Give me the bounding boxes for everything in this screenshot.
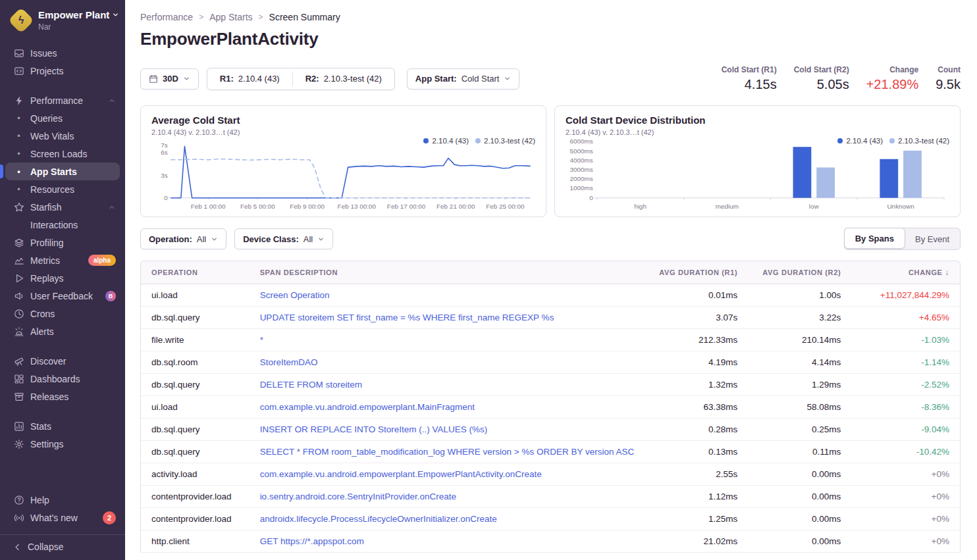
dashboards-icon (13, 373, 24, 384)
sidebar-item-metrics[interactable]: Metricsalpha (0, 251, 125, 269)
span-description-link[interactable]: INSERT OR REPLACE INTO StoreItem (..) VA… (260, 424, 488, 434)
sidebar-item-profiling[interactable]: Profiling (0, 234, 125, 251)
avg-duration-r1-cell: 0.28ms (645, 419, 748, 441)
chevron-down-icon (317, 236, 325, 243)
sidebar-item-stats[interactable]: Stats (0, 417, 125, 435)
operation-cell: activity.load (141, 463, 250, 486)
sidebar-item-label: Issues (30, 48, 57, 59)
sidebar-item-resources[interactable]: •Resources (0, 180, 125, 198)
release2-button[interactable]: R2: 2.10.3-test (42) (293, 68, 394, 89)
operation-cell: ui.load (141, 284, 250, 307)
sidebar-nav: IssuesProjectsPerformance•Queries•Web Vi… (0, 39, 125, 491)
sidebar-item-screen-loads[interactable]: •Screen Loads (0, 145, 125, 163)
sidebar-item-help[interactable]: Help (0, 491, 125, 509)
chevron-down-icon (504, 75, 511, 82)
avg-duration-r1-cell: 21.02ms (645, 530, 748, 553)
sidebar-item-starfish[interactable]: Starfish (0, 198, 125, 216)
avg-duration-r1-cell: 212.33ms (645, 329, 748, 351)
chevron-up-icon (108, 97, 116, 105)
sidebar-item-label: Performance (30, 95, 83, 106)
line-chart-canvas[interactable]: 03s6s7sFeb 1 00:00Feb 5 00:00Feb 9 00:00… (151, 138, 535, 211)
span-description-link[interactable]: * (260, 335, 263, 345)
release2-value: 2.10.3-test (42) (324, 74, 382, 84)
operation-filter-value: All (197, 234, 206, 244)
col-avg-duration-r1[interactable]: AVG DURATION (R1) (645, 261, 748, 284)
table-row: ui.loadScreen Operation0.01ms1.00s+11,02… (141, 284, 960, 307)
chart-legend: 2.10.4 (43) 2.10.3-test (42) (423, 137, 535, 145)
sidebar-item-interactions[interactable]: Interactions (0, 216, 125, 234)
release1-button[interactable]: R1: 2.10.4 (43) (207, 68, 292, 89)
span-description-link[interactable]: UPDATE storeitem SET first_name = %s WHE… (260, 313, 554, 322)
org-switcher[interactable]: ϟ Empower Plant Nar (0, 0, 125, 39)
release-compare-group: R1: 2.10.4 (43) R2: 2.10.3-test (42) (207, 68, 395, 90)
sidebar-item-queries[interactable]: •Queries (0, 109, 125, 127)
bar-chart-canvas[interactable]: 01000ms2000ms3000ms4000ms5000ms6000mshig… (566, 138, 949, 211)
device-class-filter-button[interactable]: Device Class: All (234, 228, 333, 249)
svg-text:Feb 9 00:00: Feb 9 00:00 (290, 203, 325, 210)
operation-cell: ui.load (141, 396, 250, 419)
sidebar-item-whats-new[interactable]: What's new2 (0, 509, 125, 526)
sidebar-item-discover[interactable]: Discover (0, 352, 125, 370)
app-start-type-button[interactable]: App Start: Cold Start (407, 68, 520, 89)
col-operation[interactable]: OPERATION (141, 261, 250, 284)
series2-dot (889, 138, 895, 143)
col-avg-duration-r2[interactable]: AVG DURATION (R2) (748, 261, 851, 284)
sidebar-item-label: Replays (30, 273, 64, 284)
operation-cell: db.sql.query (141, 419, 250, 441)
span-description-link[interactable]: com.example.vu.android.empowerplant.Main… (260, 402, 475, 412)
bullet-dot: • (13, 130, 24, 141)
span-description-link[interactable]: DELETE FROM storeitem (260, 380, 362, 390)
whats-new-icon (13, 512, 24, 523)
sidebar-item-web-vitals[interactable]: •Web Vitals (0, 127, 125, 145)
stat-cold-start-r2-: Cold Start (R2) 5.05s (794, 65, 849, 92)
sidebar-item-label: What's new (30, 513, 78, 523)
stat-label: Cold Start (R1) (722, 65, 777, 74)
tab-by-event[interactable]: By Event (905, 228, 960, 249)
svg-text:Feb 21 00:00: Feb 21 00:00 (436, 203, 475, 210)
tab-by-spans[interactable]: By Spans (844, 228, 905, 249)
svg-text:Unknown: Unknown (887, 203, 914, 210)
chart-legend: 2.10.4 (43) 2.10.3-test (42) (837, 137, 949, 145)
sidebar-item-app-starts[interactable]: •App Starts (5, 163, 120, 180)
date-range-button[interactable]: 30D (140, 68, 199, 89)
sidebar-item-settings[interactable]: Settings (0, 435, 125, 453)
span-description-link[interactable]: io.sentry.android.core.SentryInitProvide… (260, 492, 456, 501)
svg-text:6s: 6s (161, 149, 168, 156)
breadcrumb-performance[interactable]: Performance (140, 12, 193, 22)
sidebar-collapse[interactable]: Collapse (0, 534, 125, 560)
average-cold-start-card: Average Cold Start 2.10.4 (43) v. 2.10.3… (140, 105, 546, 217)
span-description-link[interactable]: com.example.vu.android.empowerplant.Empo… (260, 469, 542, 479)
org-logo-icon: ϟ (8, 7, 34, 34)
discover-icon (13, 355, 24, 367)
sidebar-item-replays[interactable]: Replays (0, 269, 125, 287)
chart-title: Cold Start Device Distribution (566, 115, 949, 126)
sidebar-item-projects[interactable]: Projects (0, 62, 125, 80)
breadcrumb-app-starts[interactable]: App Starts (209, 12, 252, 22)
sort-desc-icon: ↓ (945, 268, 949, 277)
table-row: db.sql.querySELECT * FROM room_table_mod… (141, 441, 960, 463)
operation-cell: db.sql.query (141, 374, 250, 396)
span-description-link[interactable]: SELECT * FROM room_table_modification_lo… (260, 447, 635, 457)
sidebar-item-crons[interactable]: Crons (0, 305, 125, 322)
replays-icon (13, 272, 24, 284)
sidebar-item-alerts[interactable]: Alerts (0, 322, 125, 340)
sidebar-item-performance[interactable]: Performance (0, 91, 125, 109)
operation-filter-label: Operation: (149, 234, 192, 244)
sidebar-item-issues[interactable]: Issues (0, 44, 125, 62)
svg-text:Feb 5 00:00: Feb 5 00:00 (240, 203, 275, 210)
span-description-link[interactable]: GET https://*.appspot.com (260, 536, 364, 546)
sidebar-item-user-feedback[interactable]: User FeedbackB (0, 287, 125, 305)
avg-duration-r2-cell: 0.00ms (748, 508, 851, 530)
col-span-description[interactable]: SPAN DESCRIPTION (250, 261, 645, 284)
sidebar-item-label: Alerts (30, 326, 54, 337)
org-subtitle: Nar (38, 22, 51, 32)
col-change[interactable]: CHANGE ↓ (851, 261, 960, 284)
span-description-link[interactable]: Screen Operation (260, 290, 330, 300)
user-feedback-icon (13, 290, 24, 301)
avg-duration-r1-cell: 1.32ms (645, 374, 748, 396)
span-description-link[interactable]: StoreItemDAO (260, 357, 318, 367)
sidebar-item-dashboards[interactable]: Dashboards (0, 370, 125, 388)
operation-filter-button[interactable]: Operation: All (140, 228, 226, 249)
sidebar-item-releases[interactable]: Releases (0, 388, 125, 405)
span-description-link[interactable]: androidx.lifecycle.ProcessLifecycleOwner… (260, 514, 497, 524)
